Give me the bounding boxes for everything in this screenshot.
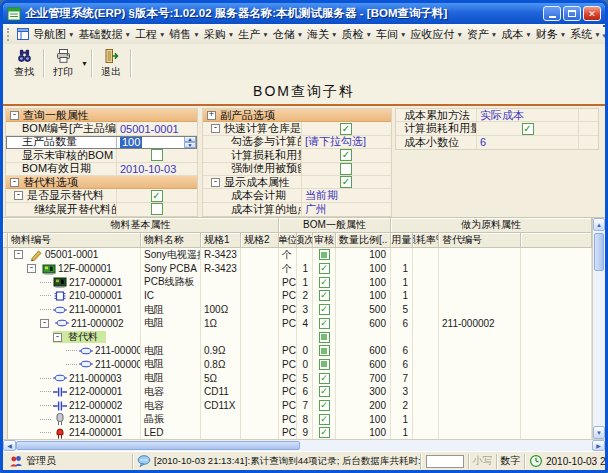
panel-row[interactable]: -是否显示替代料✓ xyxy=(6,189,197,202)
quantity-input[interactable]: 100 xyxy=(120,136,142,148)
column-header-5[interactable]: 单位 xyxy=(279,233,297,248)
checkbox[interactable]: ✓ xyxy=(319,386,330,397)
status-input[interactable] xyxy=(426,455,464,468)
collapse-icon[interactable]: - xyxy=(40,319,49,328)
quantity-stepper[interactable]: ▲▼ xyxy=(184,136,196,148)
panel-row[interactable]: 继续展开替代料的B xyxy=(6,203,197,216)
toolbar-button-查找[interactable]: 查找 xyxy=(7,45,41,81)
table-row[interactable]: 212-000002电容CD11XPC7✓2002 xyxy=(3,399,605,413)
scroll-down-button[interactable]: ▼ xyxy=(593,426,605,439)
checkbox[interactable] xyxy=(340,163,352,175)
menu-item-导航图[interactable]: 导航图▼ xyxy=(31,25,76,44)
tristate-checkbox[interactable] xyxy=(319,332,330,343)
menu-item-海关[interactable]: 海关▼ xyxy=(305,25,339,44)
panel-row[interactable]: -快速计算仓库是否缺料✓ xyxy=(203,122,391,135)
panel-row[interactable]: 显示未审核的BOM xyxy=(6,149,197,162)
close-button[interactable]: ✕ xyxy=(583,6,601,21)
panel-row[interactable]: 计算损耗和用量基数✓ xyxy=(396,122,598,135)
table-row[interactable]: 211-000007电阻0.9ΩPC06006 xyxy=(3,344,605,358)
toolbar-button-退出[interactable]: 退出 xyxy=(94,45,128,81)
collapse-icon[interactable]: - xyxy=(14,191,23,200)
checkbox[interactable] xyxy=(151,203,163,215)
column-header-1[interactable]: 物料编号 xyxy=(8,233,141,248)
panel-row[interactable]: 勾选参与计算的仓库[请下拉勾选] xyxy=(203,136,391,149)
panel-row[interactable]: 成本会计期当前期 xyxy=(203,189,391,202)
table-row[interactable]: 211-000008电阻0.8ΩPC06006 xyxy=(3,358,605,372)
checkbox[interactable]: ✓ xyxy=(319,318,330,329)
collapse-icon[interactable]: - xyxy=(53,333,62,342)
column-header-6[interactable]: 项次 xyxy=(297,233,313,248)
menu-item-质检[interactable]: 质检▼ xyxy=(340,25,374,44)
checkbox[interactable]: ✓ xyxy=(319,414,330,425)
panel-row[interactable]: -显示成本属性✓ xyxy=(203,176,391,189)
panel-row[interactable]: 成本累加方法实际成本 xyxy=(396,109,598,122)
checkbox[interactable]: ✓ xyxy=(319,304,330,315)
table-row[interactable]: 211-000001电阻100ΩPC3✓5005 xyxy=(3,303,605,317)
menu-item-销售[interactable]: 销售▼ xyxy=(167,25,201,44)
menu-item-生产[interactable]: 生产▼ xyxy=(236,25,270,44)
column-header-8[interactable]: 数量比例[.. xyxy=(336,233,391,248)
expand-icon[interactable]: + xyxy=(207,111,216,120)
toolbar-grip[interactable] xyxy=(7,28,12,41)
scroll-up-button[interactable]: ▲ xyxy=(593,218,605,231)
vertical-scroll-thumb[interactable] xyxy=(594,233,604,271)
checkbox[interactable]: ✓ xyxy=(319,373,330,384)
panel-row[interactable]: 主产品数量100▲▼ xyxy=(6,136,197,149)
collapse-icon[interactable]: - xyxy=(27,264,36,273)
checkbox[interactable]: ✓ xyxy=(319,290,330,301)
toolbar-button-打印[interactable]: 打印 xyxy=(46,45,80,81)
checkbox[interactable]: ✓ xyxy=(319,400,330,411)
tristate-checkbox[interactable] xyxy=(319,345,330,356)
collapse-icon[interactable]: - xyxy=(14,250,23,259)
panel-row[interactable]: 强制使用被预留的库存 xyxy=(203,163,391,176)
column-header-11[interactable]: 替代编号 xyxy=(439,233,521,248)
collapse-icon[interactable]: - xyxy=(211,178,220,187)
table-row[interactable]: 210-000001ICPC2✓1001 xyxy=(3,289,605,303)
panel-row[interactable]: BOM编号[产主品编号]05001-0001 xyxy=(6,122,197,135)
horizontal-scrollbar[interactable]: ◀ ▶ xyxy=(3,439,605,451)
menu-item-基础数据[interactable]: 基础数据▼ xyxy=(76,25,132,44)
checkbox[interactable]: ✓ xyxy=(340,149,352,161)
menu-item-应收应付[interactable]: 应收应付▼ xyxy=(408,25,464,44)
checkbox[interactable]: ✓ xyxy=(151,190,163,202)
column-header-4[interactable]: 规格2 xyxy=(241,233,279,248)
collapse-icon[interactable]: - xyxy=(10,178,19,187)
menu-item-财务[interactable]: 财务▼ xyxy=(534,25,568,44)
table-row[interactable]: -12F-000001Sony PCBAR-3423个1✓1001 xyxy=(3,262,605,276)
menu-item-资产[interactable]: 资产▼ xyxy=(465,25,499,44)
menu-item-仓储[interactable]: 仓储▼ xyxy=(271,25,305,44)
table-row[interactable]: 214-000001LEDPC9✓1001 xyxy=(3,426,605,440)
tristate-checkbox[interactable] xyxy=(319,249,330,260)
checkbox[interactable]: ✓ xyxy=(340,123,352,135)
panel-row[interactable]: BOM有效日期2010-10-03 xyxy=(6,163,197,176)
column-header-10[interactable]: 损耗率% xyxy=(413,233,439,248)
checkbox[interactable]: ✓ xyxy=(522,123,534,135)
checkbox[interactable]: ✓ xyxy=(319,427,330,438)
tristate-checkbox[interactable] xyxy=(319,359,330,370)
menu-item-成本[interactable]: 成本▼ xyxy=(499,25,533,44)
table-row[interactable]: -替代料 xyxy=(3,330,605,344)
table-row[interactable]: -211-000002电阻1ΩPC4✓6006211-000002 xyxy=(3,317,605,331)
table-row[interactable]: 211-000003电阻5ΩPC5✓7007 xyxy=(3,371,605,385)
table-row[interactable]: 213-000001晶振PC8✓1001 xyxy=(3,412,605,426)
table-row[interactable]: 217-000001PCB线路板PC1✓1001 xyxy=(3,275,605,289)
column-header-2[interactable]: 物料名称 xyxy=(141,233,201,248)
menu-item-采购[interactable]: 采购▼ xyxy=(202,25,236,44)
collapse-icon[interactable]: - xyxy=(211,124,220,133)
panel-row[interactable]: 成本小数位6 xyxy=(396,136,598,149)
scroll-left-button[interactable]: ◀ xyxy=(3,440,16,451)
menu-item-系统[interactable]: 系统▼ xyxy=(568,25,602,44)
collapse-icon[interactable]: - xyxy=(10,111,19,120)
table-row[interactable]: 212-000001电容CD11PC6✓3003 xyxy=(3,385,605,399)
checkbox[interactable]: ✓ xyxy=(340,176,352,188)
menu-item-工程[interactable]: 工程▼ xyxy=(133,25,167,44)
selected-tree-node[interactable]: -替代料 xyxy=(53,331,106,343)
menu-overflow-button[interactable]: ▾ xyxy=(603,25,607,43)
column-header-9[interactable]: 用量 xyxy=(391,233,413,248)
panel-row[interactable]: 计算损耗和用量基数✓ xyxy=(203,149,391,162)
maximize-button[interactable] xyxy=(563,6,581,21)
printer-dropdown-arrow[interactable]: ▼ xyxy=(80,45,89,81)
checkbox[interactable] xyxy=(151,149,163,161)
column-header-3[interactable]: 规格1 xyxy=(201,233,241,248)
title-bar[interactable]: 企业管理系统(ERP) §版本号:1.02.02 服务器名称:本机测试服务器 -… xyxy=(3,3,605,24)
